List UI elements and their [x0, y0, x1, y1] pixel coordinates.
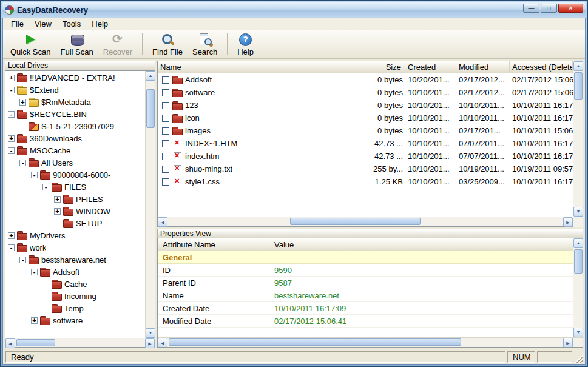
tree-item[interactable]: FILES: [5, 181, 145, 193]
tree-item[interactable]: Cache: [5, 278, 145, 290]
expander-icon[interactable]: [31, 317, 38, 324]
scroll-left-icon[interactable]: [158, 338, 167, 348]
row-checkbox[interactable]: [162, 140, 169, 147]
expander-icon[interactable]: [54, 196, 61, 203]
file-row[interactable]: 123 0 bytes 10/10/201... 10/10/2011... 1…: [158, 99, 573, 112]
scroll-up-icon[interactable]: [573, 238, 583, 248]
scrollbar-track[interactable]: [167, 338, 563, 347]
file-list-vertical-scrollbar[interactable]: [573, 61, 583, 217]
scroll-up-icon[interactable]: [146, 71, 155, 81]
expander-icon[interactable]: [42, 184, 49, 190]
tree-item[interactable]: 90000804-6000-: [5, 169, 145, 181]
scrollbar-track[interactable]: [573, 248, 583, 328]
scrollbar-thumb[interactable]: [169, 338, 461, 346]
menu-help[interactable]: Help: [86, 18, 113, 30]
scrollbar-thumb[interactable]: [574, 249, 583, 274]
expander-icon[interactable]: [8, 87, 15, 93]
expander-icon[interactable]: [31, 172, 38, 178]
expander-icon[interactable]: [8, 75, 15, 81]
expander-icon[interactable]: [54, 208, 61, 215]
tree-item[interactable]: WINDOW: [5, 205, 145, 217]
row-checkbox[interactable]: [162, 153, 169, 160]
scrollbar-track[interactable]: [167, 217, 563, 226]
scroll-down-icon[interactable]: [573, 328, 583, 337]
column-header-accessed[interactable]: Accessed (Deleted): [510, 61, 573, 73]
file-row[interactable]: shuo-ming.txt 255 by... 10/10/201... 10/…: [158, 163, 573, 175]
expander-icon[interactable]: [8, 111, 15, 118]
column-header-value[interactable]: Value: [269, 238, 573, 251]
tree-item[interactable]: !!!ADVANCED - EXTRA!: [5, 72, 145, 84]
expander-icon[interactable]: [19, 257, 26, 263]
quick-scan-button[interactable]: Quick Scan: [5, 31, 55, 58]
expander-icon[interactable]: [8, 135, 15, 142]
scrollbar-thumb[interactable]: [574, 72, 583, 100]
file-row[interactable]: index.htm 42.73 ... 10/10/201... 07/07/2…: [158, 150, 573, 163]
title-bar[interactable]: EasyDataRecovery — □ ×: [2, 2, 586, 18]
tree-item[interactable]: PFILES: [5, 193, 145, 205]
tree-item[interactable]: $Extend: [5, 84, 145, 96]
scroll-up-icon[interactable]: [573, 61, 583, 71]
tree-item[interactable]: bestshareware.net: [5, 254, 145, 266]
find-file-button[interactable]: Find File: [147, 31, 188, 58]
expander-icon[interactable]: [8, 232, 15, 239]
tree-item[interactable]: Incoming: [5, 290, 145, 302]
resize-grip-icon[interactable]: [574, 351, 583, 363]
row-checkbox[interactable]: [162, 115, 169, 122]
scroll-left-icon[interactable]: [158, 217, 167, 227]
file-row[interactable]: Addsoft 0 bytes 10/20/201... 02/17/2012.…: [158, 73, 573, 86]
full-scan-button[interactable]: Full Scan: [55, 31, 98, 58]
column-header-created[interactable]: Created: [405, 61, 456, 73]
row-checkbox[interactable]: [162, 166, 169, 173]
expander-icon[interactable]: [31, 269, 38, 275]
file-row[interactable]: style1.css 1.25 KB 10/10/201... 03/25/20…: [158, 175, 573, 188]
row-checkbox[interactable]: [162, 76, 169, 84]
tree-item[interactable]: SETUP: [5, 217, 145, 229]
properties-horizontal-scrollbar[interactable]: [158, 337, 583, 347]
close-button[interactable]: ×: [558, 4, 583, 13]
tree-item[interactable]: MSOCache: [5, 144, 145, 157]
scroll-right-icon[interactable]: [563, 338, 573, 348]
row-checkbox[interactable]: [162, 102, 169, 109]
scroll-right-icon[interactable]: [563, 217, 573, 227]
column-header-attribute[interactable]: Attribute Name: [158, 238, 269, 251]
maximize-button[interactable]: □: [541, 4, 557, 13]
expander-icon[interactable]: [19, 160, 26, 166]
tree-item[interactable]: Addsoft: [5, 266, 145, 278]
scroll-down-icon[interactable]: [573, 207, 583, 217]
expander-icon[interactable]: [8, 147, 15, 154]
tree-item[interactable]: All Users: [5, 157, 145, 169]
file-row[interactable]: icon 0 bytes 10/10/201... 10/10/2011... …: [158, 112, 573, 124]
scroll-left-icon[interactable]: [5, 338, 15, 348]
file-row[interactable]: INDEX~1.HTM 42.73 ... 10/10/201... 07/07…: [158, 137, 573, 150]
row-checkbox[interactable]: [162, 178, 169, 186]
scrollbar-track[interactable]: [146, 81, 155, 328]
row-checkbox[interactable]: [162, 127, 169, 135]
column-header-modified[interactable]: Modified: [456, 61, 510, 73]
row-checkbox[interactable]: [162, 89, 169, 96]
tree-item[interactable]: MyDrivers: [5, 229, 145, 241]
tree-item[interactable]: $RECYCLE.BIN: [5, 108, 145, 120]
scroll-down-icon[interactable]: [146, 328, 155, 338]
file-row[interactable]: images 0 bytes 10/10/201... 02/17/201...…: [158, 124, 573, 137]
expander-icon[interactable]: [8, 244, 15, 251]
column-header-size[interactable]: Size: [370, 61, 405, 73]
tree-item[interactable]: software: [5, 314, 145, 326]
scrollbar-track[interactable]: [15, 338, 145, 347]
menu-view[interactable]: View: [29, 18, 57, 30]
column-header-name[interactable]: Name: [158, 61, 370, 73]
tree-vertical-scrollbar[interactable]: [145, 71, 155, 338]
tree-horizontal-scrollbar[interactable]: [5, 338, 155, 348]
help-button[interactable]: Help: [232, 31, 259, 58]
scroll-right-icon[interactable]: [145, 338, 155, 348]
tree-item[interactable]: Temp: [5, 302, 145, 314]
scrollbar-thumb[interactable]: [146, 89, 155, 128]
tree-item[interactable]: $RmMetadata: [5, 96, 145, 108]
scrollbar-thumb[interactable]: [16, 339, 55, 346]
file-list-horizontal-scrollbar[interactable]: [158, 217, 583, 226]
menu-file[interactable]: File: [5, 18, 29, 30]
scrollbar-track[interactable]: [573, 71, 583, 207]
tree-item[interactable]: 360Downloads: [5, 132, 145, 144]
scrollbar-thumb[interactable]: [290, 218, 421, 225]
tree-item[interactable]: work: [5, 241, 145, 254]
properties-vertical-scrollbar[interactable]: [573, 238, 583, 337]
